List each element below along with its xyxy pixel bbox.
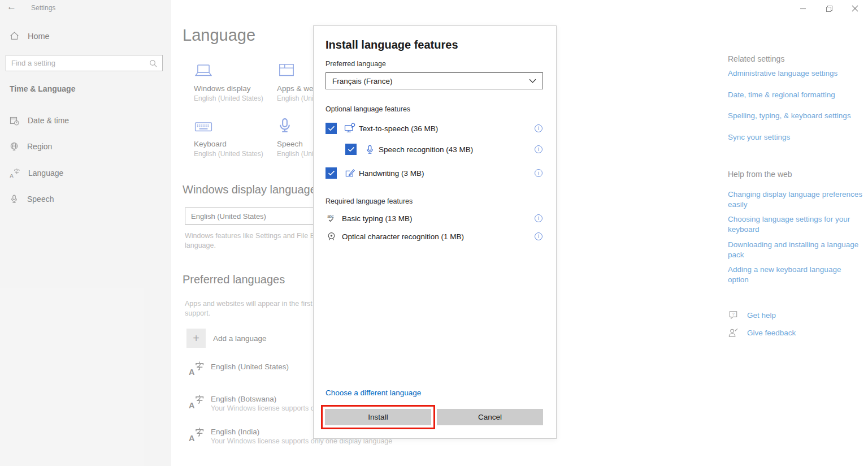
- check-icon: [348, 146, 355, 152]
- text-to-speech-checkbox[interactable]: [326, 123, 337, 134]
- ocr-icon: [327, 231, 336, 241]
- info-icon[interactable]: i: [535, 145, 542, 153]
- handwriting-checkbox[interactable]: [326, 167, 337, 179]
- handwriting-pen-icon: [345, 168, 355, 179]
- feature-row-handwriting: Handwriting (3 MB) i: [326, 167, 542, 179]
- install-language-features-dialog: Install language features Preferred lang…: [313, 25, 557, 439]
- check-icon: [328, 126, 335, 131]
- preferred-language-label: Preferred language: [326, 60, 386, 68]
- info-icon[interactable]: i: [535, 214, 542, 222]
- info-icon[interactable]: i: [535, 124, 542, 132]
- preferred-language-dropdown[interactable]: Français (France): [326, 72, 543, 89]
- feature-label: Speech recognition (43 MB): [379, 145, 473, 154]
- feature-row-basic-typing: Basic typing (13 MB) i: [327, 213, 542, 224]
- speech-recognition-checkbox[interactable]: [345, 144, 357, 155]
- feature-label: Handwriting (3 MB): [359, 169, 424, 178]
- preferred-language-value: Français (France): [332, 77, 393, 85]
- check-icon: [328, 170, 335, 176]
- feature-row-speech-recognition: Speech recognition (43 MB) i: [345, 143, 542, 156]
- install-button[interactable]: Install: [325, 409, 431, 425]
- feature-label: Text-to-speech (36 MB): [359, 124, 438, 133]
- feature-label: Optical character recognition (1 MB): [342, 232, 464, 241]
- install-highlight-box: Install: [321, 405, 435, 429]
- feature-label: Basic typing (13 MB): [342, 214, 413, 223]
- feature-row-ocr: Optical character recognition (1 MB) i: [327, 231, 542, 242]
- text-to-speech-icon: [344, 123, 355, 134]
- basic-typing-icon: [327, 213, 336, 223]
- info-icon[interactable]: i: [535, 169, 542, 177]
- chevron-down-icon: [529, 79, 536, 84]
- feature-row-text-to-speech: Text-to-speech (36 MB) i: [326, 122, 542, 135]
- cancel-button[interactable]: Cancel: [437, 409, 543, 425]
- microphone-icon: [365, 145, 375, 154]
- optional-features-heading: Optional language features: [326, 105, 410, 113]
- info-icon[interactable]: i: [535, 232, 542, 240]
- dialog-title: Install language features: [326, 38, 458, 51]
- choose-different-language-link[interactable]: Choose a different language: [326, 389, 421, 397]
- required-features-heading: Required language features: [326, 197, 413, 205]
